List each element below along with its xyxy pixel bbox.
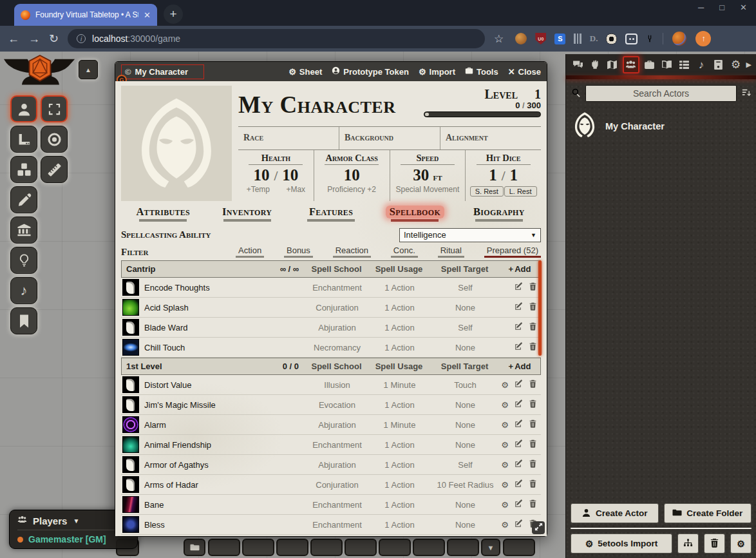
header-control-prototype-token[interactable]: Prototype Token [332,66,409,77]
sidebar-tab-map[interactable] [605,57,619,73]
new-tab-button[interactable]: + [164,5,183,24]
macro-slot[interactable] [379,539,411,556]
tool-button-music[interactable]: ♪ [10,277,37,304]
spell-name[interactable]: Blade Ward [144,323,306,332]
spell-icon[interactable] [122,376,139,393]
macro-slot[interactable] [242,539,274,556]
filter-prepared-52-[interactable]: Prepared (52) [484,245,541,258]
spell-icon[interactable] [122,299,139,316]
create-actor-button[interactable]: Create Actor [571,503,659,523]
section-slots[interactable]: ∞ / ∞ [280,264,305,274]
sidebar-tab-journal[interactable] [712,57,726,73]
delete-icon[interactable] [529,322,537,332]
import-5etools-button[interactable]: ⚙ 5etools Import [571,534,672,553]
extension-fork-icon[interactable] [646,34,654,44]
add-spell-button[interactable]: + Add [499,264,540,274]
extension-eye-icon[interactable] [606,34,617,44]
site-info-icon[interactable]: i [77,34,86,43]
prepare-toggle-icon[interactable]: ⚙ [501,441,509,449]
hotbar-folder-button[interactable] [184,539,205,556]
field-alignment[interactable]: Alignment [440,127,541,149]
add-spell-button[interactable]: + Add [499,361,540,371]
spell-icon[interactable] [122,436,139,453]
extension-d-icon[interactable]: D. [590,34,598,44]
window-close-icon[interactable]: ✕ [740,3,747,12]
player-row[interactable]: Gamemaster [GM] [17,530,129,544]
delete-icon[interactable] [529,380,537,390]
spell-icon[interactable] [122,496,139,513]
header-control-sheet[interactable]: ⚙Sheet [288,67,322,77]
delete-icon[interactable] [529,459,537,470]
delete-icon[interactable] [529,439,537,450]
filter-reaction[interactable]: Reaction [333,245,371,258]
filter-conc-[interactable]: Conc. [391,245,418,258]
spell-row[interactable]: BaneEnchantment1 ActionNone⚙ [121,495,541,515]
prepare-toggle-icon[interactable]: ⚙ [501,381,509,389]
spell-icon[interactable] [122,456,139,473]
section-slots[interactable]: 0 / 0 [283,361,305,371]
window-minimize-icon[interactable]: ─ [698,3,704,12]
spell-name[interactable]: Animal Friendship [144,440,306,450]
prepare-toggle-icon[interactable]: ⚙ [501,481,509,489]
tool-button-bookmark[interactable] [10,307,37,334]
stat-health[interactable]: Health 10/10 +Temp+Max [238,150,314,201]
spell-icon[interactable] [122,516,139,533]
xp-text[interactable]: 0 / 300 [424,101,541,110]
spell-name[interactable]: Bane [144,500,306,510]
prepare-toggle-icon[interactable]: ⚙ [501,521,509,529]
sidebar-tab-cogs[interactable]: ⚙ [729,57,743,73]
macro-slot[interactable] [276,539,308,556]
macro-slot[interactable] [447,539,479,556]
character-portrait[interactable] [121,86,232,201]
spell-row[interactable]: Animal FriendshipEnchantment1 ActionNone… [121,435,541,455]
extension-ublock-icon[interactable]: U0 [535,33,546,44]
sidebar-tab-music[interactable]: ♪ [694,57,708,73]
spell-row[interactable]: AlarmAbjuration1 MinuteNone⚙ [121,415,541,435]
edit-icon[interactable] [515,519,523,530]
browser-update-button[interactable]: ↑ [695,31,711,46]
character-name[interactable]: My Character [238,86,424,124]
reload-button[interactable]: ↻ [49,33,59,44]
edit-icon[interactable] [515,419,523,430]
filter-sort-icon[interactable] [741,88,751,100]
prepare-toggle-icon[interactable]: ⚙ [501,501,509,509]
spell-row[interactable]: Distort ValueIllusion1 MinuteTouch⚙ [121,375,541,395]
field-race[interactable]: Race [238,127,339,149]
prepare-toggle-icon[interactable]: ⚙ [501,421,509,429]
extension-sliders-icon[interactable] [574,34,581,44]
tool-button-ruler[interactable] [41,156,68,183]
extension-s-icon[interactable]: S [554,34,565,44]
back-button[interactable]: ← [8,33,19,44]
spell-name[interactable]: Jim's Magic Missile [144,400,306,410]
edit-icon[interactable] [515,459,523,470]
spell-row[interactable]: Arms of HadarConjuration1 Action10 Feet … [121,475,541,495]
field-background[interactable]: Background [339,127,440,149]
short-rest-button[interactable]: S. Rest [470,186,504,197]
browser-tab[interactable]: Foundry Virtual Tabletop • A Stan ✕ [14,4,157,26]
spell-row[interactable]: Chill TouchNecromancy1 ActionNone [121,338,541,358]
spell-icon[interactable] [122,476,139,493]
spell-name[interactable]: Distort Value [144,380,306,390]
bookmark-star-icon[interactable]: ☆ [494,32,504,46]
forward-button[interactable]: → [28,33,40,44]
sidebar-tab-suitcase[interactable] [642,57,656,73]
spell-row[interactable]: Acid SplashConjuration1 ActionNone [121,298,541,318]
create-folder-button[interactable]: Create Folder [664,503,752,523]
header-control-tools[interactable]: Tools [465,66,498,77]
spell-name[interactable]: Alarm [144,420,306,430]
resize-handle[interactable] [532,521,545,534]
delete-icon[interactable] [529,302,537,313]
spell-name[interactable]: Encode Thoughts [144,283,306,293]
edit-icon[interactable] [515,302,523,313]
spell-icon[interactable] [122,396,139,413]
profile-avatar[interactable] [672,32,686,46]
tool-button-ruler-square[interactable] [10,126,37,153]
character-sheet-window[interactable]: © My Character G ⚙SheetPrototype Token⚙I… [115,61,547,537]
edit-icon[interactable] [515,322,523,332]
delete-icon[interactable] [529,342,537,352]
sidebar-tab-comments[interactable] [571,57,585,73]
spell-row[interactable]: Blade WardAbjuration1 ActionSelf [121,318,541,338]
filter-action[interactable]: Action [236,245,264,258]
edit-icon[interactable] [515,342,523,352]
spell-row[interactable]: BlessEnchantment1 ActionNone⚙ [121,515,541,535]
